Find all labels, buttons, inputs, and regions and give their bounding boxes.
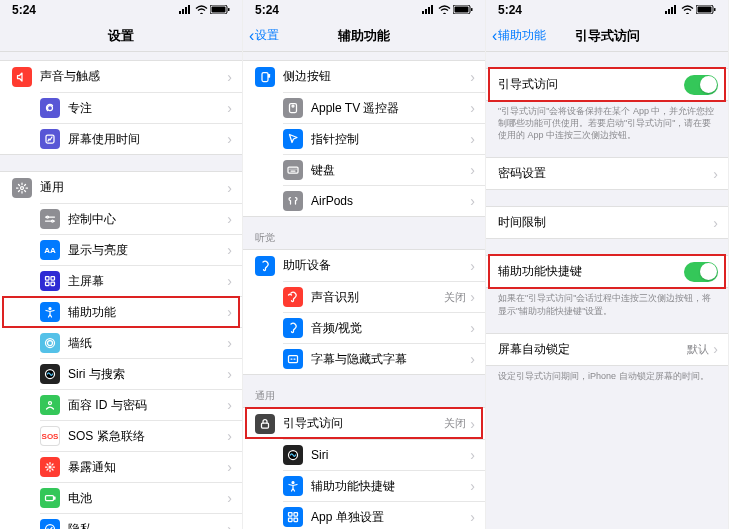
- row-label: 通用: [40, 179, 227, 196]
- settings-row-appletv[interactable]: Apple TV 遥控器›: [283, 92, 485, 123]
- settings-row-privacy[interactable]: 隐私›: [40, 513, 242, 529]
- back-button[interactable]: ‹ 设置: [249, 27, 279, 44]
- chevron-right-icon: ›: [470, 70, 475, 84]
- status-bar: 5:24: [486, 0, 728, 20]
- captions-icon: [283, 349, 303, 369]
- row-label: 暴露通知: [68, 459, 227, 476]
- settings-row-shortcut[interactable]: 辅助功能快捷键›: [283, 470, 485, 501]
- chevron-right-icon: ›: [470, 448, 475, 462]
- toggle-guided-access[interactable]: [684, 75, 718, 95]
- chevron-right-icon: ›: [227, 522, 232, 529]
- settings-row-keyboard[interactable]: 键盘›: [283, 154, 485, 185]
- row-label: SOS 紧急联络: [68, 428, 227, 445]
- settings-row-wallpaper[interactable]: 墙纸›: [40, 327, 242, 358]
- row-accessibility-shortcut[interactable]: 辅助功能快捷键: [486, 256, 728, 287]
- group-physical: 侧边按钮›Apple TV 遥控器›指针控制›键盘›AirPods›: [243, 60, 485, 217]
- chevron-right-icon: ›: [227, 460, 232, 474]
- status-time: 5:24: [255, 3, 279, 17]
- row-label: 屏幕自动锁定: [498, 341, 687, 358]
- wifi-icon: [681, 3, 694, 17]
- row-label: 助听设备: [283, 257, 470, 274]
- settings-row-siri[interactable]: Siri 与搜索›: [40, 358, 242, 389]
- svg-rect-51: [714, 8, 716, 11]
- chevron-right-icon: ›: [470, 163, 475, 177]
- svg-point-35: [292, 105, 294, 107]
- settings-row-home[interactable]: 主屏幕›: [40, 265, 242, 296]
- settings-row-perapp[interactable]: App 单独设置›: [283, 501, 485, 529]
- svg-rect-44: [294, 518, 298, 522]
- settings-row-focus[interactable]: 专注›: [40, 92, 242, 123]
- settings-row-sos[interactable]: SOSSOS 紧急联络›: [40, 420, 242, 451]
- control-icon: [40, 209, 60, 229]
- chevron-right-icon: ›: [470, 259, 475, 273]
- settings-row-hearing[interactable]: 助听设备›: [243, 250, 485, 281]
- settings-row-control[interactable]: 控制中心›: [40, 203, 242, 234]
- chevron-right-icon: ›: [227, 491, 232, 505]
- row-auto-lock[interactable]: 屏幕自动锁定 默认 ›: [486, 334, 728, 365]
- display-icon: AA: [40, 240, 60, 260]
- settings-row-sound[interactable]: 声音与触感›: [0, 61, 242, 92]
- settings-row-general[interactable]: 通用›: [0, 172, 242, 203]
- chevron-right-icon: ›: [227, 243, 232, 257]
- status-indicators: [179, 3, 230, 17]
- svg-rect-6: [228, 8, 230, 11]
- settings-row-battery[interactable]: 电池›: [40, 482, 242, 513]
- settings-row-faceid[interactable]: 面容 ID 与密码›: [40, 389, 242, 420]
- svg-point-40: [292, 482, 294, 484]
- settings-row-accessibility[interactable]: 辅助功能›: [40, 296, 242, 327]
- row-label: App 单独设置: [311, 509, 470, 526]
- nav-bar: ‹ 辅助功能 引导式访问: [486, 20, 728, 52]
- chevron-right-icon: ›: [470, 352, 475, 366]
- svg-rect-13: [51, 277, 55, 281]
- svg-rect-26: [425, 9, 427, 14]
- row-label: 墙纸: [68, 335, 227, 352]
- settings-row-sidebtn[interactable]: 侧边按钮›: [243, 61, 485, 92]
- settings-row-screentime[interactable]: 屏幕使用时间›: [40, 123, 242, 154]
- settings-row-display[interactable]: AA显示与亮度›: [40, 234, 242, 265]
- content: 引导式访问 "引导式访问"会将设备保持在某个 App 中，并允许您控制哪些功能可…: [486, 52, 728, 382]
- privacy-icon: [40, 519, 60, 529]
- svg-rect-42: [294, 513, 298, 517]
- settings-row-guided[interactable]: 引导式访问关闭›: [243, 408, 485, 439]
- row-guided-access[interactable]: 引导式访问: [486, 69, 728, 100]
- row-time-limit[interactable]: 时间限制 ›: [486, 207, 728, 238]
- settings-row-audio[interactable]: 音频/视觉›: [283, 312, 485, 343]
- content: 声音与触感›专注›屏幕使用时间› 通用›控制中心›AA显示与亮度›主屏幕›辅助功…: [0, 52, 242, 529]
- nav-bar: 设置: [0, 20, 242, 52]
- row-label: 引导式访问: [498, 76, 684, 93]
- row-label: 隐私: [68, 521, 227, 530]
- general-icon: [12, 178, 32, 198]
- page-title: 辅助功能: [338, 27, 390, 45]
- svg-rect-12: [46, 277, 50, 281]
- toggle-accessibility-shortcut[interactable]: [684, 262, 718, 282]
- svg-rect-33: [269, 74, 270, 77]
- chevron-right-icon: ›: [470, 132, 475, 146]
- settings-row-siri[interactable]: Siri›: [283, 439, 485, 470]
- screen-guided-access: 5:24 ‹ 辅助功能 引导式访问 引导式访问 "引导式访问"会将设备保持在某个…: [486, 0, 729, 529]
- status-indicators: [665, 3, 716, 17]
- group-header-general: 通用: [243, 375, 485, 407]
- svg-rect-2: [185, 7, 187, 14]
- screentime-icon: [40, 129, 60, 149]
- group-shortcut: 辅助功能快捷键: [486, 255, 728, 288]
- settings-row-airpods[interactable]: AirPods›: [283, 185, 485, 216]
- screen-settings: 5:24 设置 声音与触感›专注›屏幕使用时间› 通用›控制中心›AA显示与亮度…: [0, 0, 243, 529]
- chevron-right-icon: ›: [470, 290, 475, 304]
- row-passcode[interactable]: 密码设置 ›: [486, 158, 728, 189]
- row-value: 默认: [687, 342, 709, 357]
- settings-row-pointer[interactable]: 指针控制›: [283, 123, 485, 154]
- settings-row-captions[interactable]: 字幕与隐藏式字幕›: [283, 343, 485, 374]
- row-label: 密码设置: [498, 165, 713, 182]
- svg-rect-36: [288, 167, 298, 173]
- row-label: 电池: [68, 490, 227, 507]
- svg-rect-30: [455, 7, 469, 13]
- svg-rect-47: [671, 7, 673, 14]
- page-title: 引导式访问: [575, 27, 640, 45]
- hearing-icon: [255, 256, 275, 276]
- group-guided-toggle: 引导式访问: [486, 68, 728, 101]
- settings-row-soundrec[interactable]: 声音识别关闭›: [283, 281, 485, 312]
- row-label: 引导式访问: [283, 415, 444, 432]
- back-button[interactable]: ‹ 辅助功能: [492, 27, 546, 44]
- sidebtn-icon: [255, 67, 275, 87]
- settings-row-exposure[interactable]: 暴露通知›: [40, 451, 242, 482]
